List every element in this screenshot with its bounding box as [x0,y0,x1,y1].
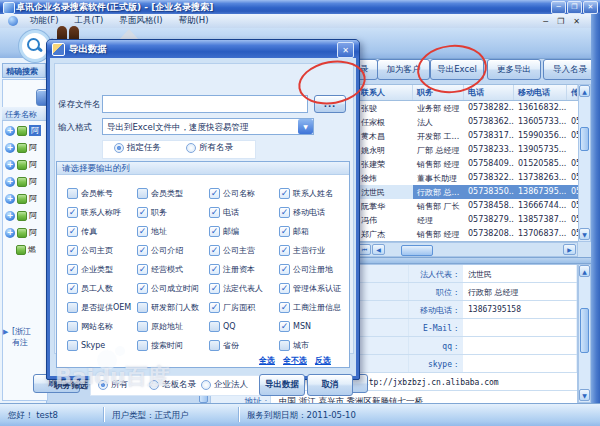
column-option-移动电话[interactable]: ✓移动电话 [279,203,345,222]
export-data-button[interactable]: 导出数据 [259,374,305,396]
table-row[interactable]: 阮掌华销售部 厂长05738458...13666744...0573 [357,199,578,213]
save-filename-input[interactable] [102,95,308,113]
column-option-主营行业[interactable]: ✓主营行业 [279,241,345,260]
table-horizontal-scrollbar[interactable]: ⏮ ◀ ▶ [356,242,578,257]
column-option-电话[interactable]: ✓电话 [209,203,279,222]
toolbar-button-更多导出[interactable]: 更多导出 [487,59,541,80]
radio-所有名录[interactable]: 所有名录 [186,142,233,154]
tree-item[interactable]: +阿 [2,156,46,173]
tree-item[interactable]: +阿 [2,173,46,190]
hscrollbar-thumb[interactable] [401,245,433,256]
table-row[interactable]: 姚永明厂部 总经理05738233...13905735... [357,143,578,157]
nav-right-icon[interactable]: ▶ [563,244,576,255]
expand-icon[interactable]: + [5,160,15,170]
column-option-城市[interactable]: 城市 [279,336,345,355]
tree-item[interactable]: +阿 [2,122,46,139]
tree-item[interactable]: +阿 [2,224,46,241]
toolbar-button-导入名录[interactable]: 导入名录 [543,59,597,80]
nav-left-icon[interactable]: ◀ [372,244,385,255]
scroll-down-icon[interactable]: ▼ [579,228,590,240]
column-option-网站名称[interactable]: 网站名称 [67,317,137,336]
column-option-职务[interactable]: ✓职务 [137,203,209,222]
radio-所有[interactable]: 所有 [98,379,128,391]
column-option-搜索时间[interactable]: 搜索时间 [137,336,209,355]
column-option-员工人数[interactable]: ✓员工人数 [67,279,137,298]
mdi-minimize-icon[interactable]: ─ [543,17,548,26]
detail-vertical-scrollbar[interactable]: ▲ ▼ [578,264,591,403]
scrollbar-thumb[interactable] [580,308,589,353]
column-option-省份[interactable]: 省份 [209,336,279,355]
tree-item[interactable]: +阿 [2,207,46,224]
column-option-公司主页[interactable]: ✓公司主页 [67,241,137,260]
column-option-工商注册信息[interactable]: ✓工商注册信息 [279,298,345,317]
column-option-邮编[interactable]: ✓邮编 [209,222,279,241]
column-option-传真[interactable]: ✓传真 [67,222,137,241]
maximize-icon[interactable]: ❐ [567,1,582,14]
minimize-icon[interactable]: ─ [551,1,566,14]
column-option-公司名称[interactable]: ✓公司名称 [209,184,279,203]
column-option-会员帐号[interactable]: 会员帐号 [67,184,137,203]
column-option-管理体系认证[interactable]: ✓管理体系认证 [279,279,345,298]
expand-icon[interactable]: + [5,194,15,204]
table-row[interactable]: 沈世民行政部 总...05738350...13867395...0573 [357,185,578,199]
column-option-原始地址[interactable]: 原始地址 [137,317,209,336]
tree-item[interactable]: +阿 [2,139,46,156]
close-icon[interactable]: ✕ [583,1,598,14]
column-option-会员类型[interactable]: 会员类型 [137,184,209,203]
table-row[interactable]: 张建荣销售部 经理05758409...01520585...0575 [357,157,578,171]
scroll-up-icon[interactable]: ▲ [579,85,590,97]
column-option-注册资本[interactable]: ✓注册资本 [209,260,279,279]
format-dropdown[interactable]: 导出到Excel文件中，速度快容易管理 ▼ [102,118,314,135]
link-反选[interactable]: 反选 [315,355,331,366]
table-row[interactable]: 任家根法人05738362...13605733...0573 [357,115,578,129]
table-row[interactable]: 郑广杰销售部 经理05738208...13706837...0573 [357,227,578,241]
column-option-MSN[interactable]: ✓MSN [279,317,345,336]
tree-item[interactable]: 燃 [2,241,46,258]
link-全不选[interactable]: 全不选 [283,355,307,366]
column-option-公司成立时间[interactable]: ✓公司成立时间 [137,279,209,298]
column-header-3[interactable]: 移动电话 [514,85,567,100]
expand-icon[interactable]: + [5,211,15,221]
link-全选[interactable]: 全选 [259,355,275,366]
radio-老板名录[interactable]: 老板名录 [149,379,196,391]
radio-企业法人[interactable]: 企业法人 [201,379,248,391]
cancel-button[interactable]: 取消 [307,374,353,396]
column-option-是否提供OEM[interactable]: 是否提供OEM [67,298,137,317]
column-option-经营模式[interactable]: ✓经营模式 [137,260,209,279]
column-option-Skype[interactable]: Skype [67,336,137,355]
table-row[interactable]: 徐炜董事长助理05738322...13738263...0573 [357,171,578,185]
column-option-邮箱[interactable]: ✓邮箱 [279,222,345,241]
mdi-restore-icon[interactable]: ❐ [557,17,564,26]
column-option-地址[interactable]: ✓地址 [137,222,209,241]
column-header-4[interactable]: 传真 [567,85,578,100]
expand-icon[interactable]: + [5,126,15,136]
column-option-公司注册地[interactable]: ✓公司注册地 [279,260,345,279]
chevron-down-icon[interactable]: ▼ [298,119,313,134]
column-option-厂房面积[interactable]: ✓厂房面积 [209,298,279,317]
column-option-研发部门人数[interactable]: 研发部门人数 [137,298,209,317]
tab-exact-search[interactable]: 精确搜索 [2,63,46,78]
column-header-0[interactable]: 联系人 [357,85,413,100]
scroll-down-icon[interactable]: ▼ [579,389,590,401]
tree-item[interactable]: +阿 [2,190,46,207]
table-row[interactable]: 张骏业务部 经理05738282...13616832... [357,101,578,115]
column-option-公司介绍[interactable]: ✓公司介绍 [137,241,209,260]
scrollbar-thumb[interactable] [580,127,589,151]
dialog-close-icon[interactable]: ✕ [337,42,354,58]
table-vertical-scrollbar[interactable]: ▲ ▼ [578,84,591,242]
scroll-up-icon[interactable]: ▲ [579,265,590,277]
column-option-QQ[interactable]: QQ [209,317,279,336]
expand-icon[interactable]: + [5,177,15,187]
mdi-close-icon[interactable]: ✕ [573,17,580,26]
expand-icon[interactable]: + [5,143,15,153]
column-option-法定代表人[interactable]: ✓法定代表人 [209,279,279,298]
menu-item-2[interactable]: 界面风格(I) [111,15,170,27]
radio-指定任务[interactable]: 指定任务 [114,142,161,154]
menu-item-3[interactable]: 帮助(H) [171,15,217,27]
column-option-企业类型[interactable]: ✓企业类型 [67,260,137,279]
column-option-联系人姓名[interactable]: ✓联系人姓名 [279,184,345,203]
expand-icon[interactable]: + [5,228,15,238]
column-option-联系人称呼[interactable]: ✓联系人称呼 [67,203,137,222]
table-row[interactable]: 冯伟经理05738279...13857387...0573 [357,213,578,227]
column-option-公司主营[interactable]: ✓公司主营 [209,241,279,260]
